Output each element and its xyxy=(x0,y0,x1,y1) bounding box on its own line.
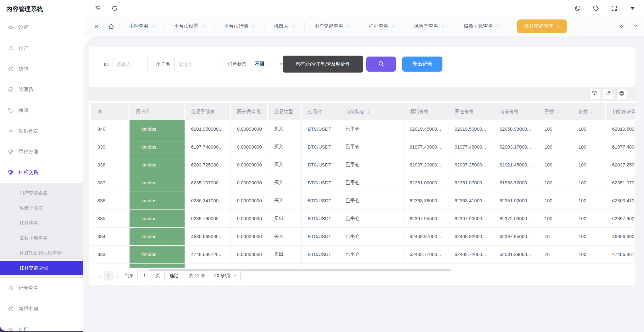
infinity-icon: ∞ xyxy=(8,128,14,134)
search-button[interactable] xyxy=(366,57,396,72)
gear-icon xyxy=(8,327,14,331)
cell-overnight_fee: 0.00000000 xyxy=(230,245,268,263)
close-icon[interactable]: × xyxy=(497,24,499,29)
page-number[interactable]: 1 xyxy=(104,271,113,280)
fullscreen-icon[interactable] xyxy=(611,5,618,12)
cell-fee: 6203.725000... xyxy=(185,156,230,174)
close-icon[interactable]: × xyxy=(152,24,155,29)
tabs-collapse-button[interactable]: « xyxy=(94,23,99,30)
tab[interactable]: 倍数手数查看× xyxy=(459,16,504,36)
close-icon[interactable]: × xyxy=(442,24,444,29)
close-icon[interactable]: × xyxy=(557,24,560,29)
sidebar-item[interactable]: 杠杆交易 xyxy=(0,162,83,183)
sidebar-item[interactable]: 设置 xyxy=(0,17,83,38)
cell-status: 已平仓 xyxy=(339,192,403,210)
tab-label: 用户交易查看 xyxy=(314,23,343,30)
export-records-button[interactable]: 导出记录 xyxy=(402,57,442,72)
palette-icon[interactable] xyxy=(574,5,581,12)
cell-pair: BTC/USDT xyxy=(301,192,339,210)
table-row: 338timibbs6203.725000...0.00000000买入BTC/… xyxy=(91,156,635,174)
cell-status: 已平仓 xyxy=(339,174,403,192)
column-settings-button[interactable] xyxy=(589,89,600,99)
sidebar-subitem[interactable]: 杠杆币划转法币查看 xyxy=(0,246,83,261)
sort-icon[interactable] xyxy=(367,109,370,115)
tab[interactable]: 杠杆查看× xyxy=(364,16,400,36)
goto-page-input[interactable] xyxy=(137,270,152,281)
table-row: 337timibbs6235.107000...0.00000000买入BTC/… xyxy=(91,174,635,192)
sidebar-item[interactable]: 新闻 xyxy=(0,100,83,121)
cell-user: timibbs xyxy=(129,227,185,245)
close-icon[interactable]: × xyxy=(252,24,255,29)
sidebar-item[interactable]: 用户 xyxy=(0,38,83,58)
tabs-expand-button[interactable]: » xyxy=(619,23,624,30)
cell-original_price xyxy=(403,263,448,268)
cell-overnight_fee: 0.00000000 xyxy=(230,138,268,156)
tab[interactable]: 用户交易查看× xyxy=(309,16,355,36)
tab[interactable]: 平台币设置× xyxy=(169,16,210,36)
sidebar-submenu: 用户交易查看风险率查看杠杆查看倍数手数查看杠杆币划转法币查看杠杆交易管理 xyxy=(0,183,83,278)
next-page-button[interactable]: › xyxy=(116,273,119,279)
table-row-partial: timibbs xyxy=(91,263,635,268)
sidebar-item[interactable]: 币种管理 xyxy=(0,141,83,162)
column-header-status[interactable]: 当前状态 xyxy=(339,103,403,120)
cell-fee: 4680.669000... xyxy=(185,227,230,245)
page-size-select[interactable]: 20 条/页 xyxy=(211,270,240,281)
tab[interactable]: 机器人× xyxy=(269,16,300,36)
caret-down-icon[interactable] xyxy=(629,5,636,12)
refresh-icon[interactable] xyxy=(111,5,118,12)
sidebar-item[interactable]: ∞投拆建议 xyxy=(0,121,83,141)
cell-open_price: 62363.41000... xyxy=(448,192,493,210)
column-header-original_price: 原始价格 xyxy=(403,103,448,120)
sidebar-item[interactable]: 记录查看 xyxy=(0,278,83,298)
close-icon[interactable]: × xyxy=(347,24,350,29)
close-icon[interactable]: × xyxy=(202,24,205,29)
export-table-button[interactable] xyxy=(603,89,613,99)
table-toolbar xyxy=(89,87,635,101)
sidebar-item[interactable]: 矿机 xyxy=(0,319,83,331)
prev-page-button[interactable]: ‹ xyxy=(98,273,101,279)
cell-multiple xyxy=(572,263,606,268)
cell-initial_margin: 47486.86720... xyxy=(606,245,635,263)
chevron-down-icon[interactable] xyxy=(633,23,638,30)
cell-trade_type: 买入 xyxy=(268,138,301,156)
cell-open_price: 61977.48000... xyxy=(448,138,493,156)
id-input[interactable] xyxy=(113,57,148,71)
cell-status: 已平仓 xyxy=(339,156,403,174)
confirm-button[interactable]: 确定 xyxy=(164,270,183,281)
sidebar-subitem[interactable]: 杠杆交易管理 xyxy=(0,261,83,275)
close-icon[interactable]: × xyxy=(392,24,395,29)
tab[interactable]: 平台币行情× xyxy=(219,16,260,36)
username-label: 用户名 xyxy=(156,61,170,67)
home-icon[interactable] xyxy=(108,23,115,30)
sidebar-item[interactable]: 钱包 xyxy=(0,58,83,79)
sidebar-subitem[interactable]: 风险率查看 xyxy=(0,200,83,215)
cell-pair: BTC/USDT xyxy=(301,174,339,192)
tab[interactable]: 币种查看× xyxy=(124,16,160,36)
sort-icon[interactable] xyxy=(590,109,594,115)
sidebar-subitem[interactable]: 杠杆查看 xyxy=(0,215,83,231)
column-header-lots[interactable]: 手数 xyxy=(538,103,572,120)
sidebar-item[interactable]: 新币申购 xyxy=(0,298,83,319)
print-button[interactable] xyxy=(616,89,627,99)
column-label: 交易类型 xyxy=(274,109,293,114)
tab[interactable]: 杠杆交易管理× xyxy=(517,19,567,33)
close-icon[interactable]: × xyxy=(292,24,295,29)
tab[interactable]: 风险率查看× xyxy=(409,16,450,36)
column-header-multiple[interactable]: 倍数 xyxy=(572,103,606,120)
sidebar-subitem[interactable]: 倍数手数查看 xyxy=(0,231,83,246)
cell-overnight_fee: 0.00000000 xyxy=(230,227,268,245)
cell-fee: 6201.950000... xyxy=(185,120,230,138)
sidebar-item[interactable]: 管理员 xyxy=(0,79,83,100)
column-header-id: ID xyxy=(91,103,129,120)
sidebar-subitem[interactable]: 用户交易查看 xyxy=(0,185,83,200)
menu-fold-icon[interactable] xyxy=(94,5,101,12)
sort-icon[interactable] xyxy=(556,109,560,115)
cell-open_price: 62408.92000... xyxy=(448,227,493,245)
username-input[interactable] xyxy=(174,57,218,71)
cell-pair: BTC/USDT xyxy=(301,120,339,138)
cell-initial_margin: 46806.69000... xyxy=(606,227,635,245)
column-label: ID xyxy=(97,109,102,114)
tag-icon[interactable] xyxy=(592,5,599,12)
order-status-select[interactable]: 不限 xyxy=(251,57,287,71)
sidebar: 内容管理系统 设置用户钱包管理员新闻∞投拆建议币种管理杠杆交易用户交易查看风险率… xyxy=(0,0,83,331)
